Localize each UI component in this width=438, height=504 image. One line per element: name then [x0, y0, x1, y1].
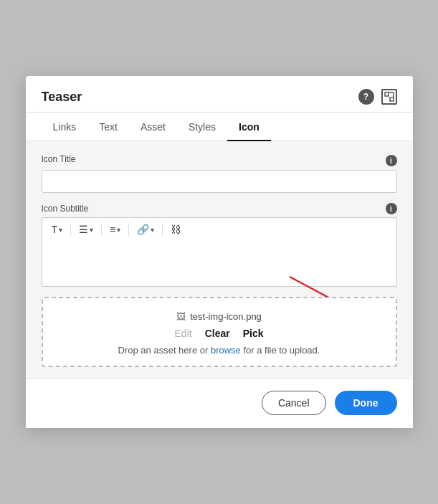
text-chevron-icon: ▾ [59, 226, 62, 234]
list-chevron-icon: ▾ [117, 226, 120, 234]
tab-styles[interactable]: Styles [177, 113, 227, 141]
drop-text: Drop an asset here or browse for a file … [118, 345, 320, 356]
toolbar-unlink-btn[interactable]: ⛓ [167, 222, 184, 237]
header-icons: ? [358, 89, 397, 105]
editor-toolbar: T ▾ ☰ ▾ ≡ ▾ 🔗 ▾ [42, 217, 397, 241]
asset-filename-row: 🖼 test-img-icon.png [176, 311, 262, 322]
text-format-icon: T [52, 224, 58, 235]
toolbar-text-btn[interactable]: T ▾ [48, 222, 67, 237]
help-icon[interactable]: ? [358, 89, 374, 105]
cancel-button[interactable]: Cancel [262, 391, 326, 415]
toolbar-sep-3 [128, 223, 129, 236]
unlink-icon: ⛓ [171, 224, 181, 235]
subtitle-editor[interactable] [42, 241, 397, 287]
tab-asset[interactable]: Asset [129, 113, 177, 141]
modal-dialog: Teaser ? Links Text Asset Styles Icon [26, 76, 413, 428]
asset-drop-wrapper: 🖼 test-img-icon.png Edit Clear Pick Drop… [42, 297, 397, 367]
asset-actions-row: Edit Clear Pick [175, 328, 264, 339]
modal-body: Icon Title i Icon Subtitle i T ▾ ☰ ▾ [26, 141, 413, 379]
modal-header: Teaser ? [26, 76, 413, 113]
icon-subtitle-label: Icon Subtitle [42, 204, 89, 214]
clear-asset-btn[interactable]: Clear [205, 328, 230, 339]
align-chevron-icon: ▾ [90, 226, 93, 234]
done-button[interactable]: Done [335, 391, 397, 415]
image-file-icon: 🖼 [176, 311, 186, 322]
toolbar-align-btn[interactable]: ☰ ▾ [75, 222, 97, 237]
link-chevron-icon: ▾ [151, 226, 154, 234]
asset-filename: test-img-icon.png [190, 311, 262, 322]
tab-text[interactable]: Text [87, 113, 129, 141]
icon-title-label: Icon Title [42, 154, 76, 164]
toolbar-sep-2 [101, 223, 102, 236]
link-icon: 🔗 [137, 224, 149, 235]
icon-title-input[interactable] [42, 170, 397, 193]
expand-icon[interactable] [381, 89, 397, 105]
edit-asset-btn[interactable]: Edit [175, 328, 192, 339]
svg-rect-1 [390, 98, 394, 101]
pick-asset-btn[interactable]: Pick [243, 328, 264, 339]
asset-drop-zone[interactable]: 🖼 test-img-icon.png Edit Clear Pick Drop… [42, 297, 397, 367]
icon-subtitle-info-icon[interactable]: i [386, 203, 397, 214]
toolbar-sep-4 [162, 223, 163, 236]
icon-subtitle-row: Icon Subtitle i [42, 203, 397, 214]
drop-text-label: Drop an asset here or [118, 345, 209, 356]
tab-icon[interactable]: Icon [227, 113, 271, 141]
modal-title: Teaser [42, 90, 82, 105]
browse-link[interactable]: browse [211, 345, 241, 356]
align-icon: ☰ [79, 224, 88, 235]
list-icon: ≡ [110, 224, 115, 235]
svg-rect-0 [385, 92, 389, 96]
toolbar-link-btn[interactable]: 🔗 ▾ [133, 222, 158, 237]
drop-text2-label: for a file to upload. [243, 345, 320, 356]
toolbar-sep-1 [70, 223, 71, 236]
icon-title-info-icon[interactable]: i [386, 155, 397, 166]
modal-footer: Cancel Done [26, 379, 413, 428]
modal-overlay: Teaser ? Links Text Asset Styles Icon [0, 0, 438, 504]
tab-bar: Links Text Asset Styles Icon [26, 113, 413, 141]
icon-title-row: Icon Title i [42, 154, 397, 167]
toolbar-list-btn[interactable]: ≡ ▾ [106, 222, 124, 237]
tab-links[interactable]: Links [42, 113, 88, 141]
